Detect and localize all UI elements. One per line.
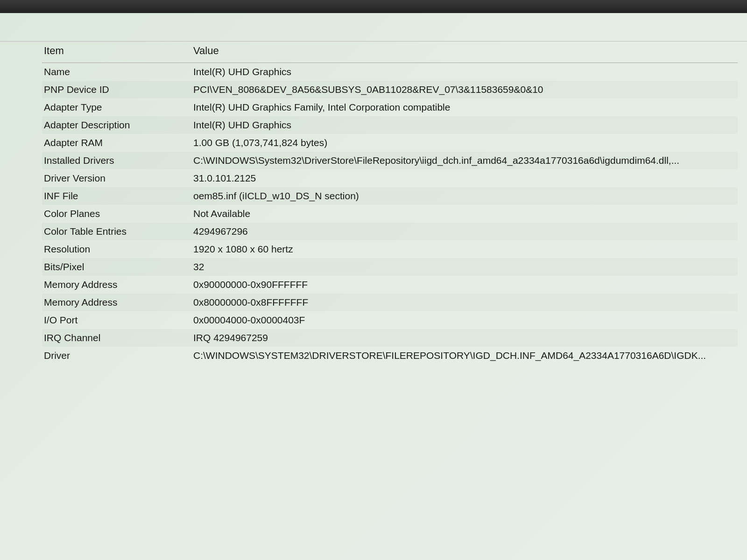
value-cell: Intel(R) UHD Graphics <box>191 116 738 134</box>
value-cell: Intel(R) UHD Graphics Family, Intel Corp… <box>191 98 738 116</box>
table-row: PNP Device IDPCI\VEN_8086&DEV_8A56&SUBSY… <box>42 81 738 98</box>
table-row: Installed DriversC:\WINDOWS\System32\Dri… <box>42 152 738 169</box>
col-item-header: Item <box>42 41 191 63</box>
table-row: Adapter DescriptionIntel(R) UHD Graphics <box>42 116 738 134</box>
table-row: Memory Address0x80000000-0x8FFFFFFF <box>42 294 738 311</box>
value-cell: 0x80000000-0x8FFFFFFF <box>191 294 738 311</box>
table-row: Resolution1920 x 1080 x 60 hertz <box>42 240 738 258</box>
table-row: DriverC:\WINDOWS\SYSTEM32\DRIVERSTORE\FI… <box>42 347 738 364</box>
info-table: Item Value NameIntel(R) UHD GraphicsPNP … <box>42 41 738 364</box>
value-cell: 1920 x 1080 x 60 hertz <box>191 240 738 258</box>
item-cell: INF File <box>42 187 191 205</box>
item-cell: Bits/Pixel <box>42 258 191 276</box>
item-cell: Adapter Description <box>42 116 191 134</box>
item-cell: IRQ Channel <box>42 329 191 347</box>
value-cell: IRQ 4294967259 <box>191 329 738 347</box>
value-cell: PCI\VEN_8086&DEV_8A56&SUBSYS_0AB11028&RE… <box>191 81 738 98</box>
value-cell: 0x90000000-0x90FFFFFF <box>191 276 738 294</box>
item-cell: Driver <box>42 347 191 364</box>
value-cell: oem85.inf (iICLD_w10_DS_N section) <box>191 187 738 205</box>
value-cell: Intel(R) UHD Graphics <box>191 63 738 81</box>
table-row: Adapter RAM1.00 GB (1,073,741,824 bytes) <box>42 134 738 152</box>
table-container: Item Value NameIntel(R) UHD GraphicsPNP … <box>42 41 738 560</box>
table-row: Memory Address0x90000000-0x90FFFFFF <box>42 276 738 294</box>
content-area: Item Value NameIntel(R) UHD GraphicsPNP … <box>0 13 747 560</box>
item-cell: Adapter Type <box>42 98 191 116</box>
table-row: Bits/Pixel32 <box>42 258 738 276</box>
item-cell: Name <box>42 63 191 81</box>
table-row: Adapter TypeIntel(R) UHD Graphics Family… <box>42 98 738 116</box>
item-cell: Driver Version <box>42 169 191 187</box>
item-cell: PNP Device ID <box>42 81 191 98</box>
table-row: I/O Port0x00004000-0x0000403F <box>42 311 738 329</box>
table-row: NameIntel(R) UHD Graphics <box>42 63 738 81</box>
item-cell: Color Table Entries <box>42 223 191 240</box>
value-cell: 1.00 GB (1,073,741,824 bytes) <box>191 134 738 152</box>
value-cell: C:\WINDOWS\System32\DriverStore\FileRepo… <box>191 152 738 169</box>
table-header-row: Item Value <box>42 41 738 63</box>
item-cell: Color Planes <box>42 205 191 223</box>
item-cell: Memory Address <box>42 294 191 311</box>
item-cell: Installed Drivers <box>42 152 191 169</box>
value-cell: C:\WINDOWS\SYSTEM32\DRIVERSTORE\FILEREPO… <box>191 347 738 364</box>
table-row: IRQ ChannelIRQ 4294967259 <box>42 329 738 347</box>
col-value-header: Value <box>191 41 738 63</box>
table-row: Driver Version31.0.101.2125 <box>42 169 738 187</box>
value-cell: 4294967296 <box>191 223 738 240</box>
value-cell: 31.0.101.2125 <box>191 169 738 187</box>
item-cell: I/O Port <box>42 311 191 329</box>
item-cell: Resolution <box>42 240 191 258</box>
item-cell: Adapter RAM <box>42 134 191 152</box>
value-cell: 0x00004000-0x0000403F <box>191 311 738 329</box>
table-row: Color Table Entries4294967296 <box>42 223 738 240</box>
value-cell: 32 <box>191 258 738 276</box>
table-row: Color PlanesNot Available <box>42 205 738 223</box>
table-row: INF Fileoem85.inf (iICLD_w10_DS_N sectio… <box>42 187 738 205</box>
screen-bezel: Item Value NameIntel(R) UHD GraphicsPNP … <box>0 0 747 560</box>
value-cell: Not Available <box>191 205 738 223</box>
item-cell: Memory Address <box>42 276 191 294</box>
